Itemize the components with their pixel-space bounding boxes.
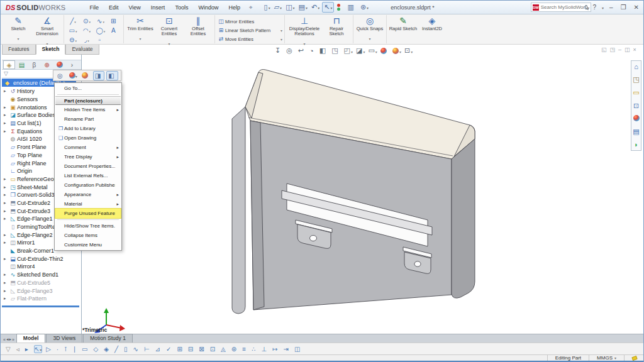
window-icon-a[interactable]: ◱ xyxy=(601,47,607,53)
expand-arrow-icon[interactable] xyxy=(4,280,9,285)
grid-filter-icon[interactable]: ⊞ xyxy=(177,346,184,353)
mirror-entities-button[interactable]: ◫ Mirror Entities xyxy=(217,17,282,26)
tree-item[interactable]: ◺ Edge-Flange3 xyxy=(2,287,81,295)
expand-arrow-icon[interactable] xyxy=(4,216,9,221)
graphics-viewport[interactable] xyxy=(82,55,632,334)
propertymanager-tab-icon[interactable]: ▤ xyxy=(16,60,28,69)
options-gear-icon[interactable]: ⊛ xyxy=(359,3,370,12)
view-settings-icon[interactable]: ⊡ xyxy=(404,47,413,55)
ddr-caret-icon[interactable] xyxy=(303,36,305,41)
edit-appearance-icon[interactable] xyxy=(380,47,389,55)
zoom-to-fit-icon[interactable]: ↧ xyxy=(275,47,283,55)
filter-selected-icon[interactable]: ▸ xyxy=(25,346,30,353)
smart-dimension-caret-icon[interactable] xyxy=(46,36,48,41)
featuremanager-tab-icon[interactable]: ◈ xyxy=(3,60,15,69)
tab-evaluate[interactable]: Evaluate xyxy=(65,45,99,55)
context-menu-item[interactable] xyxy=(57,94,119,95)
design-library-icon[interactable]: ◳ xyxy=(633,75,639,84)
magnifier-icon[interactable]: ◎ xyxy=(56,72,66,80)
linear-sketch-pattern-button[interactable]: ⊞ Linear Sketch Pattern xyxy=(217,26,282,35)
appearance-icon[interactable] xyxy=(68,72,79,80)
tree-item[interactable]: ◫ Mirror4 xyxy=(2,263,81,271)
new-document-icon[interactable]: ▯ xyxy=(263,3,272,12)
save-icon[interactable]: ◫ xyxy=(284,3,296,12)
select-arrow-icon[interactable]: ↖ xyxy=(34,345,42,353)
menu-item[interactable]: Insert xyxy=(146,3,170,13)
3d-drawing-view-icon[interactable]: ◳ xyxy=(331,47,340,55)
pin-icon[interactable]: ⌖ xyxy=(249,4,253,11)
view-palette-icon[interactable]: ⊡ xyxy=(633,102,639,110)
vertex-filter-icon[interactable]: ⊺ xyxy=(64,346,69,353)
expand-arrow-icon[interactable] xyxy=(4,112,9,118)
open-icon[interactable]: ▱ xyxy=(273,3,283,12)
tag-status[interactable] xyxy=(624,355,644,361)
axis-filter-icon[interactable]: ╱ xyxy=(114,346,120,353)
menu-purge-unused-features[interactable]: Purge Unused Features... xyxy=(55,209,121,218)
move-entities-button[interactable]: ⇄ Move Entities xyxy=(217,35,282,43)
tree-item[interactable]: ⬓ Cut-Extrude-Thin2 xyxy=(2,255,81,263)
menu-item[interactable]: Window xyxy=(193,3,223,13)
hide-show-items-icon[interactable]: ▭ xyxy=(368,47,377,55)
resources-home-icon[interactable]: ⌂ xyxy=(634,63,638,70)
lasso-select-icon[interactable]: ▷ xyxy=(46,346,53,353)
sketch-button[interactable]: ✎ Sketch xyxy=(4,15,33,36)
text-icon[interactable]: A xyxy=(108,26,121,35)
ok-filter-icon[interactable]: ✓ xyxy=(166,346,173,353)
menu-go-to[interactable]: Go To... xyxy=(55,84,121,93)
tab-scroll-next-icon[interactable]: ▸ xyxy=(9,337,11,342)
configurationmanager-tab-icon[interactable]: β xyxy=(28,60,40,69)
apply-scene-icon[interactable] xyxy=(392,47,401,55)
expand-arrow-icon[interactable] xyxy=(4,256,9,261)
convert-caret-icon[interactable] xyxy=(168,36,170,41)
section-view-icon[interactable]: ◔ xyxy=(309,47,316,55)
show-tree-item-icon[interactable]: ◧ xyxy=(106,71,118,80)
tree-item[interactable]: ▱ Flat-Pattern xyxy=(2,295,81,303)
expand-arrow-icon[interactable] xyxy=(4,121,9,126)
sketch-color-icon[interactable] xyxy=(80,72,91,80)
filter-wireframe-icon[interactable]: ◃ xyxy=(16,346,21,353)
child-close-icon[interactable]: × xyxy=(633,47,636,53)
perpendicular-filter-icon[interactable]: ⊥ xyxy=(261,346,269,353)
appearances-scenes-icon[interactable] xyxy=(633,115,640,123)
tag-icon[interactable] xyxy=(631,355,638,360)
print-icon[interactable]: ▤ xyxy=(297,3,309,12)
quick-snaps-button[interactable]: ◎ Quick Snaps xyxy=(355,15,384,36)
help-caret-icon[interactable] xyxy=(602,4,604,11)
tab-scroll-prev-icon[interactable]: ◂ xyxy=(6,337,9,342)
menu-configuration-publisher[interactable]: Configuration Publisher... xyxy=(55,180,121,190)
note-filter-icon[interactable]: ⊟ xyxy=(188,346,195,353)
close-button[interactable]: ✕ xyxy=(632,4,641,11)
circle-icon[interactable]: ⊙ xyxy=(80,16,94,26)
smart-dimension-button[interactable]: ∡ Smart Dimension xyxy=(33,15,62,41)
expand-arrow-icon[interactable] xyxy=(4,185,9,190)
units-caret-icon[interactable] xyxy=(614,355,616,361)
search-box[interactable]: SW xyxy=(531,3,591,12)
dimxpertmanager-tab-icon[interactable]: ⊕ xyxy=(41,60,53,69)
parallel-filter-icon[interactable]: ↦ xyxy=(272,346,279,353)
child-minimize-icon[interactable]: – xyxy=(618,47,621,53)
line-icon[interactable]: ╱ xyxy=(66,16,80,26)
expand-arrow-icon[interactable] xyxy=(4,200,9,206)
solid-filter-icon[interactable]: ◈ xyxy=(104,346,111,353)
help-button[interactable]: ? xyxy=(591,4,599,11)
tab-filter-icon[interactable]: ⇥ xyxy=(284,346,291,353)
view-orientation-icon[interactable]: ◰ xyxy=(344,47,353,55)
mirror-filter-icon[interactable]: ◫ xyxy=(294,346,302,353)
face-filter-icon[interactable]: ▭ xyxy=(82,346,89,353)
displaymanager-tab-icon[interactable] xyxy=(53,60,65,69)
menu-rename-part[interactable]: Rename Part xyxy=(55,114,121,124)
expand-pane-icon[interactable]: › xyxy=(66,60,78,69)
expand-arrow-icon[interactable] xyxy=(4,240,9,245)
spline-filter-icon[interactable]: ∿ xyxy=(133,346,140,353)
tab-sketch[interactable]: Sketch xyxy=(36,45,66,55)
spline-icon[interactable]: ∿ xyxy=(94,16,108,26)
custom-properties-icon[interactable]: ▤ xyxy=(633,128,639,136)
filter-funnel-icon[interactable]: ▽ xyxy=(4,70,8,77)
surface-filter-icon[interactable]: ◇ xyxy=(93,346,100,353)
context-menu-item[interactable] xyxy=(57,219,119,220)
rollback-bar[interactable] xyxy=(2,305,79,307)
zoom-to-area-icon[interactable]: ◎ xyxy=(286,47,295,55)
expand-arrow-icon[interactable] xyxy=(4,105,9,110)
menu-tree-display[interactable]: Tree Display xyxy=(55,152,121,162)
angle-filter-icon[interactable]: ⊿ xyxy=(155,346,162,353)
